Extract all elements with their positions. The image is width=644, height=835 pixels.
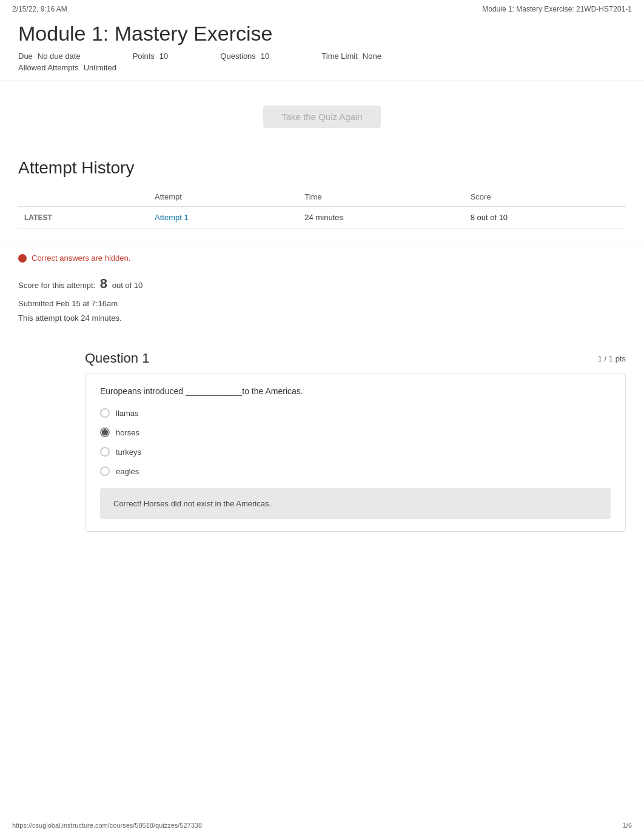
take-quiz-button[interactable]: Take the Quiz Again (263, 106, 380, 128)
attempt-history-title: Attempt History (18, 158, 626, 178)
question-label: Question 1 (85, 350, 149, 366)
col-time: Time (298, 187, 464, 207)
question-header: Question 1 1 / 1 pts (85, 350, 626, 366)
correct-answers-text: Correct answers are hidden. (32, 253, 130, 263)
time-limit-value: None (363, 52, 381, 61)
questions-pair: Questions 10 (220, 52, 293, 61)
radio-1[interactable] (100, 428, 110, 437)
footer-page: 1/6 (623, 822, 632, 829)
questions-label: Questions (220, 52, 256, 61)
meta-row-1: Due No due date Points 10 Questions 10 T… (18, 52, 626, 61)
page-footer: https://csuglobal.instructure.com/course… (12, 822, 632, 829)
page-tab-title: Module 1: Mastery Exercise: 21WD-HST201-… (482, 5, 632, 13)
col-tag (18, 187, 149, 207)
latest-tag: LATEST (18, 207, 149, 229)
submitted-text: Submitted Feb 15 at 7:16am (18, 299, 118, 308)
attempt-time: 24 minutes (298, 207, 464, 229)
radio-2[interactable] (100, 447, 110, 457)
answer-option-0: llamas (100, 408, 611, 418)
page-title-section: Module 1: Mastery Exercise Due No due da… (0, 16, 644, 81)
attempt-history-section: Attempt History Attempt Time Score LATES… (0, 152, 644, 235)
meta-row-2: Allowed Attempts Unlimited (18, 63, 626, 72)
answer-label-1: horses (116, 428, 139, 437)
answer-option-1: horses (100, 428, 611, 437)
attempt-score: 8 out of 10 (465, 207, 626, 229)
question-text: Europeans introduced ____________to the … (100, 386, 611, 396)
question-section: Question 1 1 / 1 pts Europeans introduce… (0, 338, 644, 544)
attempt-link-cell[interactable]: Attempt 1 (149, 207, 298, 229)
answer-option-2: turkeys (100, 447, 611, 457)
page-title: Module 1: Mastery Exercise (18, 22, 626, 45)
table-row: LATEST Attempt 1 24 minutes 8 out of 10 (18, 207, 626, 229)
radio-3[interactable] (100, 466, 110, 476)
correct-answers-notice: Correct answers are hidden. (18, 253, 626, 263)
time-limit-pair: Time Limit None (321, 52, 406, 61)
answer-options: llamashorsesturkeyseagles (100, 408, 611, 476)
col-attempt: Attempt (149, 187, 298, 207)
question-pts: 1 / 1 pts (598, 354, 626, 363)
allowed-attempts-label: Allowed Attempts (18, 63, 79, 72)
allowed-attempts-pair: Allowed Attempts Unlimited (18, 63, 141, 72)
footer-url: https://csuglobal.instructure.com/course… (12, 822, 202, 829)
attempt-table: Attempt Time Score LATEST Attempt 1 24 m… (18, 187, 626, 229)
radio-0[interactable] (100, 408, 110, 418)
allowed-attempts-value: Unlimited (84, 63, 116, 72)
took-text: This attempt took 24 minutes. (18, 314, 122, 323)
meta-grid: Due No due date Points 10 Questions 10 T… (18, 52, 626, 72)
due-label: Due (18, 52, 33, 61)
attempt-table-header-row: Attempt Time Score (18, 187, 626, 207)
attempt-link[interactable]: Attempt 1 (155, 213, 189, 222)
due-value: No due date (38, 52, 81, 61)
notice-icon (18, 254, 27, 263)
col-score: Score (465, 187, 626, 207)
datetime: 2/15/22, 9:16 AM (12, 5, 67, 13)
answer-option-3: eagles (100, 466, 611, 476)
take-quiz-section: Take the Quiz Again (0, 81, 644, 152)
feedback-text: Correct! Horses did not exist in the Ame… (113, 499, 271, 508)
score-info: Score for this attempt: 8 out of 10 Subm… (18, 271, 626, 326)
top-bar: 2/15/22, 9:16 AM Module 1: Mastery Exerc… (0, 0, 644, 16)
due-pair: Due No due date (18, 52, 105, 61)
feedback-box: Correct! Horses did not exist in the Ame… (100, 488, 611, 519)
question-box: Europeans introduced ____________to the … (85, 374, 626, 532)
answer-label-2: turkeys (116, 448, 141, 457)
answer-label-3: eagles (116, 467, 139, 476)
score-out-of: out of 10 (112, 281, 143, 290)
questions-value: 10 (261, 52, 269, 61)
score-label: Score for this attempt: (18, 281, 95, 290)
answer-label-0: llamas (116, 409, 139, 418)
score-number: 8 (100, 276, 107, 291)
points-pair: Points 10 (133, 52, 193, 61)
time-limit-label: Time Limit (321, 52, 357, 61)
points-label: Points (133, 52, 155, 61)
points-value: 10 (159, 52, 168, 61)
attempt-result-section: Correct answers are hidden. Score for th… (0, 241, 644, 338)
